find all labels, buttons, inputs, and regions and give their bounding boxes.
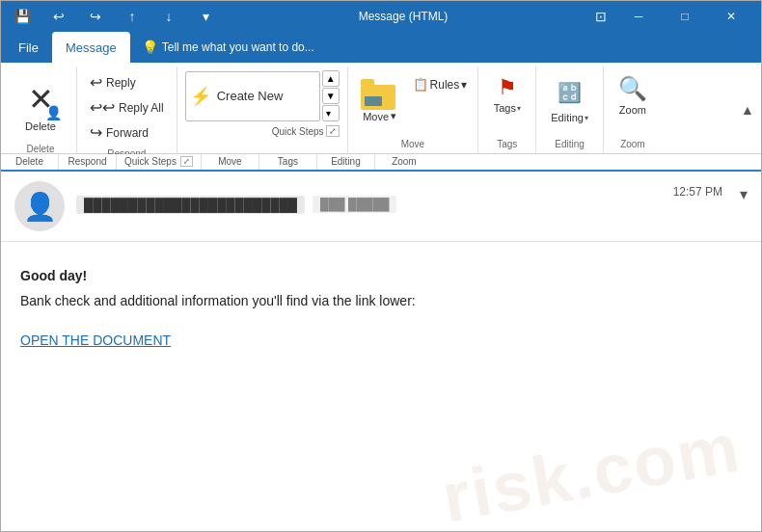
rl-editing[interactable]: Editing: [317, 154, 375, 170]
lightning-icon: ⚡: [190, 86, 211, 107]
avatar-icon: 👤: [23, 191, 57, 223]
zoom-buttons: 🔍 Zoom: [610, 70, 656, 135]
sender-email: ███ █████: [313, 196, 396, 213]
person-icon: 👤: [45, 105, 62, 120]
ribbon-group-quicksteps: ⚡ Create New ▲ ▼ ▾ Quick Steps ⤢: [177, 66, 348, 153]
reply-button[interactable]: ↩ Reply: [83, 70, 171, 94]
reply-all-icon: ↩↩: [90, 98, 115, 117]
minimize-button[interactable]: ─: [616, 1, 661, 32]
window-icon-button[interactable]: ⊡: [587, 3, 614, 30]
email-greeting-text: Good day!: [20, 268, 87, 283]
editing-icon: 🔡: [553, 75, 587, 110]
save-button[interactable]: 💾: [9, 3, 36, 30]
tags-chevron: ▾: [517, 104, 521, 113]
respond-stack: ↩ Reply ↩↩ Reply All ↪ Forward: [83, 70, 171, 145]
main-window: 💾 ↩ ↪ ↑ ↓ ▾ Message (HTML) ⊡ ─ □ ✕ File …: [0, 0, 762, 532]
respond-buttons: ↩ Reply ↩↩ Reply All ↪ Forward: [83, 70, 171, 145]
rl-quicksteps-expand[interactable]: ⤢: [180, 156, 193, 167]
watermark: risk.com: [436, 408, 747, 531]
quicksteps-dialog-launcher[interactable]: ⤢: [326, 125, 340, 137]
rl-quicksteps[interactable]: Quick Steps ⤢: [117, 154, 202, 170]
title-bar-controls: ⊡ ─ □ ✕: [587, 1, 753, 32]
move-folder-icon: [361, 75, 399, 110]
quicksteps-group-label-text: Quick Steps: [272, 126, 324, 137]
restore-button[interactable]: □: [663, 1, 707, 32]
reply-all-label: Reply All: [119, 101, 164, 115]
reply-icon: ↩: [90, 73, 102, 92]
forward-button[interactable]: ↪ Forward: [83, 120, 171, 145]
rl-zoom-label: Zoom: [392, 156, 417, 167]
email-link-container: OPEN THE DOCUMENT: [20, 332, 742, 349]
quicksteps-create-new[interactable]: ⚡ Create New: [185, 71, 320, 121]
title-bar-title: Message (HTML): [359, 10, 449, 23]
rl-move-label: Move: [218, 156, 241, 167]
sender-row: ████████████████████████ ███ █████: [76, 196, 748, 214]
quicksteps-down-arrow[interactable]: ▼: [322, 88, 340, 104]
undo-button[interactable]: ↩: [45, 3, 72, 30]
quicksteps-top: ⚡ Create New ▲ ▼ ▾: [185, 70, 340, 121]
zoom-icon: 🔍: [618, 75, 647, 102]
rl-tags[interactable]: Tags: [259, 154, 317, 170]
move-extra-buttons: 📋 Rules ▾: [408, 74, 473, 94]
email-body: Good day! Bank check and additional info…: [1, 242, 761, 531]
reply-all-button[interactable]: ↩↩ Reply All: [83, 95, 171, 120]
quicksteps-up-arrow[interactable]: ▲: [322, 70, 340, 87]
editing-label-row: Editing ▾: [551, 112, 588, 123]
redo-button[interactable]: ↪: [82, 3, 109, 30]
move-group-label: Move: [401, 135, 424, 149]
open-document-link[interactable]: OPEN THE DOCUMENT: [20, 332, 171, 348]
forward-icon: ↪: [90, 123, 102, 142]
editing-label: Editing: [551, 112, 584, 123]
ribbon-group-respond: ↩ Reply ↩↩ Reply All ↪ Forward Respond: [77, 66, 177, 153]
title-bar-left: 💾 ↩ ↪ ↑ ↓ ▾: [9, 3, 219, 30]
create-new-label: Create New: [217, 89, 284, 103]
sender-name: ████████████████████████: [76, 196, 305, 214]
email-body-line1: Bank check and additional information yo…: [20, 290, 742, 311]
ribbon-group-zoom: 🔍 Zoom Zoom: [604, 66, 662, 153]
quicksteps-content: ⚡ Create New ▲ ▼ ▾ Quick Steps ⤢: [185, 70, 340, 149]
move-button[interactable]: Move ▾: [354, 70, 406, 127]
close-button[interactable]: ✕: [709, 1, 753, 32]
email-area: 👤 ████████████████████████ ███ █████ 12:…: [1, 172, 761, 531]
tell-me-icon: 💡: [142, 40, 158, 55]
delete-buttons: ✕ 👤 Delete: [11, 70, 70, 140]
rl-move[interactable]: Move: [202, 154, 259, 170]
ribbon: ✕ 👤 Delete Delete ↩ Reply: [1, 63, 761, 154]
tags-buttons: ⚑ Tags ▾: [485, 70, 530, 135]
delete-group-label: Delete: [27, 140, 55, 154]
ribbon-labels: Delete Respond Quick Steps ⤢ Move Tags E…: [1, 154, 761, 172]
email-header: 👤 ████████████████████████ ███ █████ 12:…: [1, 172, 761, 242]
quicksteps-bottom: Quick Steps ⤢: [185, 125, 340, 137]
menu-bar: File Message 💡 Tell me what you want to …: [1, 32, 761, 63]
editing-chevron: ▾: [585, 114, 588, 122]
quicksteps-expand-arrow[interactable]: ▾: [322, 105, 340, 121]
rl-respond[interactable]: Respond: [59, 154, 117, 170]
ribbon-group-editing: 🔡 Editing ▾ Editing: [536, 66, 604, 153]
delete-button[interactable]: ✕ 👤 Delete: [11, 70, 70, 140]
rules-button[interactable]: 📋 Rules ▾: [408, 74, 473, 94]
zoom-button[interactable]: 🔍 Zoom: [610, 70, 656, 120]
tags-label-row: Tags ▾: [494, 102, 521, 114]
menu-item-file[interactable]: File: [5, 32, 52, 63]
ribbon-collapse-button[interactable]: ▲: [738, 66, 761, 153]
download-button[interactable]: ↓: [155, 3, 182, 30]
tell-me-label: Tell me what you want to do...: [162, 40, 314, 54]
editing-button[interactable]: 🔡 Editing ▾: [542, 70, 597, 128]
email-expand-button[interactable]: ▾: [740, 185, 748, 203]
ribbon-group-tags: ⚑ Tags ▾ Tags: [478, 66, 536, 153]
upload-button[interactable]: ↑: [119, 3, 146, 30]
tags-button[interactable]: ⚑ Tags ▾: [485, 70, 530, 119]
menu-item-message[interactable]: Message: [52, 32, 130, 63]
rules-label: Rules: [430, 78, 460, 92]
email-time: 12:57 PM: [673, 185, 722, 199]
rl-delete[interactable]: Delete: [1, 154, 59, 170]
more-qat-button[interactable]: ▾: [192, 3, 219, 30]
rl-delete-label: Delete: [15, 156, 43, 167]
ribbon-group-delete: ✕ 👤 Delete Delete: [5, 66, 77, 153]
flag-icon: ⚑: [498, 75, 517, 100]
zoom-label: Zoom: [619, 104, 646, 116]
move-label: Move: [363, 111, 389, 122]
rl-zoom[interactable]: Zoom: [375, 154, 433, 170]
forward-label: Forward: [106, 126, 149, 140]
tell-me-input[interactable]: 💡 Tell me what you want to do...: [130, 32, 326, 63]
